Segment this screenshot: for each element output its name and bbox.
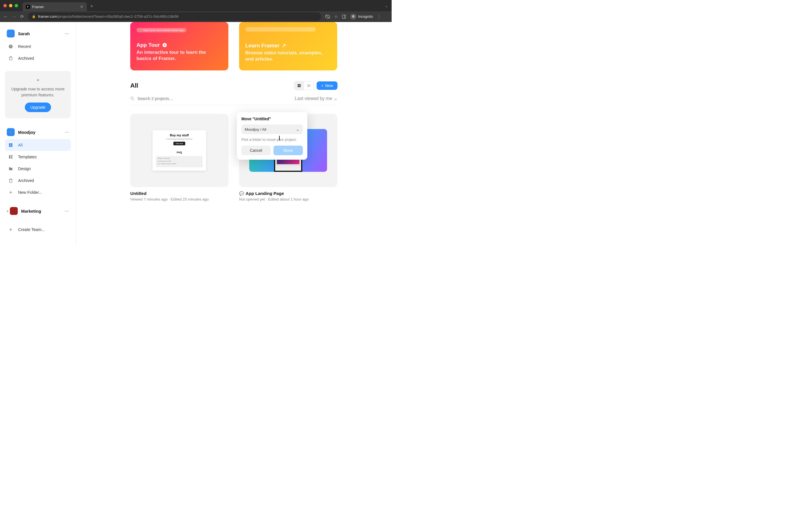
move-project-modal: Move "Untitled" Moodjoy / All ⌄ Pick a f…: [237, 112, 307, 160]
sort-dropdown[interactable]: Last viewed by me ⌄: [295, 96, 338, 101]
new-tab-button[interactable]: +: [90, 3, 93, 9]
main-content: 🔒 https://your-next-website.framer.app A…: [76, 22, 392, 244]
sidebar-item-all[interactable]: All: [5, 139, 71, 151]
svg-rect-11: [11, 155, 12, 157]
new-project-button[interactable]: + New: [317, 81, 338, 90]
star-icon[interactable]: ☆: [334, 14, 338, 19]
workspace-avatar: M: [7, 128, 15, 136]
upgrade-button[interactable]: Upgrade: [25, 103, 51, 112]
tabs-dropdown-icon[interactable]: ⌄: [385, 3, 388, 8]
hero-pill: 🔒 https://your-next-website.framer.app: [137, 28, 186, 33]
play-icon: [162, 43, 167, 48]
modal-title: Move "Untitled": [241, 117, 303, 121]
panel-icon[interactable]: [342, 14, 346, 19]
browser-tab-bar: F Framer ✕ + ⌄: [0, 0, 392, 11]
maximize-window-button[interactable]: [15, 4, 18, 7]
workspace-name: Moodjoy: [18, 130, 36, 135]
svg-rect-10: [9, 155, 10, 159]
svg-rect-21: [298, 86, 299, 87]
search-icon: [130, 96, 135, 101]
sidebar-item-label: Create Team...: [18, 227, 45, 232]
sidebar-item-archived[interactable]: Archived: [5, 52, 71, 64]
grid-icon: [7, 141, 15, 149]
close-tab-icon[interactable]: ✕: [80, 4, 84, 9]
url-path: /projects/folder/recent?team=49a390a5-be…: [57, 14, 179, 18]
minimize-window-button[interactable]: [9, 4, 12, 7]
incognito-icon: [350, 13, 356, 20]
sidebar-item-label: Templates: [18, 155, 37, 159]
address-bar[interactable]: 🔒 framer.com/projects/folder/recent?team…: [28, 12, 321, 21]
more-icon[interactable]: ···: [64, 130, 69, 135]
sidebar-workspace-marketing[interactable]: ▾ Marketing ···: [5, 205, 71, 217]
project-title: 💬 App Landing Page: [239, 191, 337, 196]
sidebar-user-row[interactable]: SJ Sarah ···: [5, 27, 71, 40]
view-toggle: [294, 81, 314, 90]
modal-move-button[interactable]: Move: [273, 146, 303, 155]
more-icon[interactable]: ···: [64, 209, 69, 214]
list-view-button[interactable]: [304, 81, 313, 90]
hero-card-learn-framer[interactable]: Learn Framer ↗ Browse video tutorials, e…: [239, 22, 337, 70]
plus-icon: +: [321, 83, 323, 88]
sidebar-item-label: Archived: [18, 56, 34, 61]
workspace-avatar: [10, 207, 18, 215]
svg-rect-20: [299, 84, 301, 86]
svg-rect-7: [11, 144, 12, 145]
eye-off-icon[interactable]: [325, 14, 330, 19]
browser-tab[interactable]: F Framer ✕: [22, 2, 87, 11]
hero-title: Learn Framer ↗: [245, 42, 331, 49]
tab-title: Framer: [32, 5, 44, 9]
section-title: All: [130, 82, 138, 89]
close-window-button[interactable]: [3, 4, 7, 7]
sidebar-item-label: Design: [18, 166, 31, 171]
templates-icon: [7, 153, 15, 161]
folder-icon: [7, 165, 15, 173]
user-name: Sarah: [18, 31, 30, 36]
project-meta: Not opened yet · Edited about 1 hour ago: [239, 197, 337, 202]
upgrade-message: Upgrade now to access more premium featu…: [10, 86, 66, 98]
sidebar-item-design[interactable]: Design: [5, 163, 71, 175]
workspace-name: Marketing: [21, 209, 41, 214]
plus-icon: [7, 226, 15, 233]
project-badge-icon: 💬: [239, 191, 244, 196]
external-link-icon: ↗: [282, 42, 286, 49]
back-button[interactable]: ←: [3, 14, 8, 19]
grid-view-button[interactable]: [294, 81, 304, 90]
sidebar-item-ws-archived[interactable]: Archived: [5, 175, 71, 186]
hero-pill: [245, 27, 316, 32]
project-thumbnail: Buy my stuff Presenting Amazing Features…: [130, 114, 229, 187]
svg-rect-12: [11, 157, 12, 159]
svg-point-4: [354, 16, 355, 17]
svg-line-27: [133, 99, 134, 100]
sidebar-create-team[interactable]: Create Team...: [5, 224, 71, 235]
hero-card-app-tour[interactable]: 🔒 https://your-next-website.framer.app A…: [130, 22, 229, 70]
tree-expand-icon[interactable]: ▾: [7, 210, 8, 213]
framer-favicon-icon: F: [26, 5, 30, 9]
clock-icon: [7, 43, 15, 50]
sidebar-item-templates[interactable]: Templates: [5, 151, 71, 163]
forward-button[interactable]: →: [12, 14, 16, 19]
hero-title: App Tour: [137, 42, 222, 48]
more-icon[interactable]: ···: [64, 31, 69, 36]
sort-label: Last viewed by me: [295, 96, 332, 101]
url-host: framer.com: [38, 14, 57, 18]
svg-rect-6: [9, 144, 10, 145]
incognito-badge[interactable]: Incognito: [350, 13, 373, 20]
search-input[interactable]: [137, 96, 295, 101]
svg-rect-19: [298, 84, 299, 86]
window-controls: [3, 4, 18, 7]
sidebar-item-new-folder[interactable]: New Folder...: [5, 186, 71, 198]
modal-cancel-button[interactable]: Cancel: [241, 146, 271, 155]
svg-rect-1: [342, 15, 346, 18]
upgrade-card: ✦ Upgrade now to access more premium fea…: [5, 71, 71, 118]
project-card[interactable]: Buy my stuff Presenting Amazing Features…: [130, 114, 229, 202]
sparkle-icon: ✦: [10, 77, 66, 83]
kebab-menu-icon[interactable]: ⋮: [377, 14, 381, 19]
sidebar-workspace-moodjoy[interactable]: M Moodjoy ···: [5, 126, 71, 138]
reload-button[interactable]: ⟳: [20, 14, 24, 19]
sidebar-item-recent[interactable]: Recent: [5, 41, 71, 52]
modal-folder-select[interactable]: Moodjoy / All ⌄: [241, 124, 303, 134]
sidebar-item-label: New Folder...: [18, 190, 42, 194]
lock-icon: 🔒: [32, 15, 36, 18]
user-avatar: SJ: [7, 30, 15, 38]
svg-point-3: [352, 16, 353, 17]
